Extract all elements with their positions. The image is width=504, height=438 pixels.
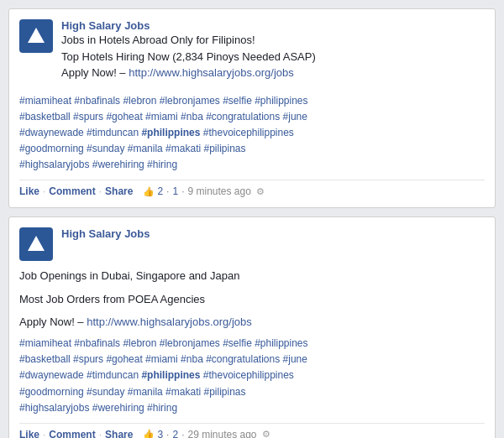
hashtags2-line4: #goodmorning #sunday #manila #makati #pi… bbox=[19, 384, 485, 400]
post-hashtags-2: #miamiheat #nbafinals #lebron #lebronjam… bbox=[19, 336, 485, 416]
share-button[interactable]: Share bbox=[105, 185, 133, 197]
sep1: · bbox=[43, 185, 45, 197]
hashtags2-line3-after: #thevoicephilippines bbox=[200, 369, 293, 381]
avatar-2 bbox=[19, 227, 53, 261]
post-header-2: High Salary Jobs bbox=[19, 227, 485, 261]
hashtags-line1: #miamiheat #nbafinals #lebron #lebronjam… bbox=[19, 93, 485, 109]
like-button-2[interactable]: Like bbox=[19, 429, 39, 438]
post-actions-2: Like · Comment · Share 👍 3 · 2 · 29 minu… bbox=[19, 423, 485, 438]
thumbsup-icon: 👍 bbox=[143, 186, 155, 197]
post-header: High Salary Jobs Jobs in Hotels Abroad O… bbox=[19, 19, 485, 86]
likes-count-area: 👍 2 bbox=[143, 185, 163, 197]
hashtags2-line3-bold: #philippines bbox=[141, 369, 200, 381]
likes-count-area-2: 👍 3 bbox=[143, 429, 163, 438]
post-body-line1: Jobs in Hotels Abroad Only for Filipinos… bbox=[61, 32, 485, 49]
post-body-link[interactable]: http://www.highsalaryjobs.org/jobs bbox=[129, 66, 294, 79]
dot3: · bbox=[166, 429, 169, 438]
dot4: · bbox=[181, 429, 184, 438]
hashtags2-line1: #miamiheat #nbafinals #lebron #lebronjam… bbox=[19, 336, 485, 352]
dot2: · bbox=[181, 185, 184, 197]
hashtags-line3: #dwaynewade #timduncan #philippines #the… bbox=[19, 125, 485, 141]
avatar bbox=[19, 19, 53, 53]
post-meta: High Salary Jobs Jobs in Hotels Abroad O… bbox=[61, 19, 485, 86]
post-body-2: Job Openings in Dubai, Singapore and Jap… bbox=[19, 268, 485, 331]
dot1: · bbox=[166, 185, 169, 197]
hashtags-line5: #highsalaryjobs #werehiring #hiring bbox=[19, 157, 485, 173]
thumbsup-icon-2: 👍 bbox=[143, 429, 155, 438]
share-button-2[interactable]: Share bbox=[105, 429, 133, 438]
post-body: Jobs in Hotels Abroad Only for Filipinos… bbox=[61, 32, 485, 81]
post-author[interactable]: High Salary Jobs bbox=[61, 19, 150, 32]
post-author-2[interactable]: High Salary Jobs bbox=[61, 227, 150, 240]
comments-count-2: 2 bbox=[172, 429, 178, 438]
gear-icon-2[interactable]: ⚙ bbox=[262, 429, 270, 438]
hashtags-line3-after: #thevoicephilippines bbox=[200, 127, 293, 138]
gear-icon[interactable]: ⚙ bbox=[256, 186, 265, 197]
avatar-arrow-icon-2 bbox=[28, 236, 45, 251]
post-body2-line3: Most Job Orders from POEA Agencies bbox=[19, 291, 485, 308]
post-body-line3: Apply Now! – http://www.highsalaryjobs.o… bbox=[61, 65, 485, 81]
comment-button[interactable]: Comment bbox=[49, 185, 95, 197]
post-actions: Like · Comment · Share 👍 2 · 1 · 9 minut… bbox=[19, 180, 485, 197]
hashtags-line4: #goodmorning #sunday #manila #makati #pi… bbox=[19, 141, 485, 157]
hashtags-line3-bold: #philippines bbox=[141, 127, 200, 138]
hashtags2-line3: #dwaynewade #timduncan #philippines #the… bbox=[19, 368, 485, 383]
timestamp-2: 29 minutes ago bbox=[187, 429, 256, 438]
hashtags-line2: #basketball #spurs #goheat #miami #nba #… bbox=[19, 109, 485, 125]
like-button[interactable]: Like bbox=[19, 185, 39, 197]
hashtags-line3-before: #dwaynewade #timduncan bbox=[19, 127, 141, 138]
feed-container: High Salary Jobs Jobs in Hotels Abroad O… bbox=[8, 8, 496, 438]
post-card-2: High Salary Jobs Job Openings in Dubai, … bbox=[8, 216, 496, 438]
comments-count: 1 bbox=[172, 185, 178, 197]
post-hashtags: #miamiheat #nbafinals #lebron #lebronjam… bbox=[19, 93, 485, 174]
likes-count: 2 bbox=[157, 185, 163, 197]
post-body2-line5: Apply Now! – http://www.highsalaryjobs.o… bbox=[19, 314, 485, 331]
post-body2-line5-text: Apply Now! – bbox=[19, 315, 87, 328]
sep2: · bbox=[99, 185, 102, 197]
sep3: · bbox=[43, 429, 45, 438]
sep4: · bbox=[99, 429, 102, 438]
post-body-line3-text: Apply Now! – bbox=[61, 66, 129, 79]
likes-count-2: 3 bbox=[157, 429, 163, 438]
post-body-line2: Top Hotels Hiring Now (2,834 Pinoys Need… bbox=[61, 49, 485, 65]
avatar-arrow-icon bbox=[28, 28, 45, 43]
hashtags2-line5: #highsalaryjobs #werehiring #hiring bbox=[19, 400, 485, 416]
post-meta-2: High Salary Jobs bbox=[61, 227, 485, 240]
comment-button-2[interactable]: Comment bbox=[49, 429, 95, 438]
timestamp: 9 minutes ago bbox=[187, 185, 250, 197]
hashtags2-line2: #basketball #spurs #goheat #miami #nba #… bbox=[19, 352, 485, 368]
post-card: High Salary Jobs Jobs in Hotels Abroad O… bbox=[8, 8, 496, 208]
post-body2-line1: Job Openings in Dubai, Singapore and Jap… bbox=[19, 268, 485, 284]
post-body2-link[interactable]: http://www.highsalaryjobs.org/jobs bbox=[87, 315, 252, 328]
hashtags2-line3-before: #dwaynewade #timduncan bbox=[19, 369, 141, 381]
